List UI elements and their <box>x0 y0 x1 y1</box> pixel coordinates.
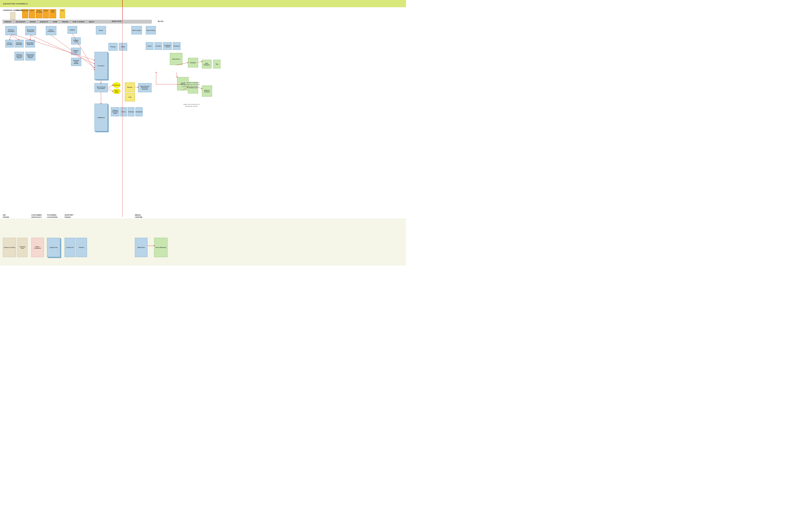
reviews-box: Reviews <box>173 42 180 50</box>
secondary-naplan-box: Secondary NAPLAN <box>25 40 35 47</box>
svg-line-2 <box>30 35 31 40</box>
schedules-box: Schedules <box>135 107 143 116</box>
nav-primary: PRIMARY <box>2 20 14 24</box>
how-it-works-box: How it works <box>131 26 142 34</box>
contact-us-oval: Contact us <box>113 83 120 88</box>
blog-home-box: Blog Home <box>170 53 183 65</box>
tag-box: Tag <box>213 60 220 69</box>
secondary-naplan-details-box: Secondary NAPLAN Details <box>25 52 35 60</box>
pillar-naplan: NAPLAN <box>22 9 28 18</box>
about-cluey-box: About Cluey <box>146 26 156 34</box>
primary-programs-box: Primary Programs <box>5 26 17 35</box>
press-releases-box: Press Releases <box>154 238 168 257</box>
faculty-box: Faculty <box>155 42 162 50</box>
pillar-expats: Expats <box>43 9 49 18</box>
nav-about: ABOUT <box>87 20 96 24</box>
recommend-consider-box: Recommend (Consider) <box>95 83 108 92</box>
banner-title: AQUISITION CHANNELS <box>3 3 28 5</box>
policies-box: Policies <box>128 107 134 116</box>
tutoring-jobs-box: Tutoring Jobs <box>17 238 28 257</box>
svg-line-14 <box>176 72 177 77</box>
concept-topic-details-box: Concept Topic Details <box>71 58 81 66</box>
contact-us-box: Contact Us <box>64 238 75 257</box>
svg-line-8 <box>108 85 113 88</box>
nav-pricing: PRICING <box>60 20 71 24</box>
senior-programs-box: Senior Programs <box>46 26 56 35</box>
secondary-programs-box: Secondary Programs <box>25 26 36 35</box>
blog-label: BLOG <box>158 20 163 23</box>
category-box: Category <box>188 58 198 68</box>
author-articles-box: Author's Articles <box>202 86 212 97</box>
nav-bar: PRIMARY SECONDARY SENIOR SUBJECTS HOME P… <box>2 20 152 24</box>
support-policies-box: Policies <box>76 238 87 257</box>
fulfillment-box: Fulfillment <box>95 104 108 131</box>
subject-concept-topic-box: Subject Concept/ Topic <box>111 107 119 116</box>
save-share-oval: Save / Share <box>113 89 120 94</box>
locations-hours-box: Locations + Hours <box>163 42 172 50</box>
tutors-box: Tutors <box>146 42 154 50</box>
hr-pages-label: HRPAGES <box>3 214 9 219</box>
sub-category-box: Sub-Category <box>202 60 212 69</box>
primary-naplan-details-box: Primary NAPLAN Details <box>14 52 24 60</box>
home-box: Home <box>96 26 106 34</box>
faqs-box: FAQs <box>119 43 127 50</box>
svg-line-1 <box>11 35 19 40</box>
support-pages-label: SUPPORTPAGES <box>64 214 73 219</box>
pricing-box: Pricing <box>108 43 118 50</box>
page-wrapper: AQUISITION CHANNELS CAMPAIGN LANDING PAG… <box>0 0 406 265</box>
media-kits-box: Media Kits <box>135 238 147 257</box>
pillar-examprep: Exam Prep <box>49 9 56 18</box>
pillar-lux: LUX <box>60 9 65 18</box>
subject-box: Subject <box>68 26 77 34</box>
bottom-section-bg <box>0 219 406 265</box>
media-centre-label: MEDIACENTRE <box>135 214 142 219</box>
pages-note: Pages will include links to appropriate … <box>183 104 200 107</box>
nav-senior: SENIOR <box>28 20 38 24</box>
group-courses-box: Group Courses <box>5 40 14 47</box>
capital-city-box: Capital City <box>47 238 60 257</box>
pillar-atar: ATAR <box>29 9 35 18</box>
subject-level-box: Subject Level <box>71 37 81 45</box>
nav-how-it-works: HOW IT WORKS <box>71 20 87 24</box>
nav-home: HOME <box>50 20 60 24</box>
main-site-label: MAIN SITE <box>112 20 121 23</box>
recommend-purchase-box: Recommend (Purchase Version) <box>138 83 151 92</box>
svg-line-4 <box>31 35 95 64</box>
articles-note: Articles will drive customer to any appl… <box>181 82 200 87</box>
campaign-page-box <box>10 12 15 20</box>
careers-at-cluey-box: Careers at Cluey <box>3 238 16 257</box>
pre-enrol-box: Pre-Enrol <box>95 52 108 79</box>
svg-line-13 <box>198 61 202 63</box>
nurture-envelope: Nurture <box>125 83 135 92</box>
link-envelope: Link <box>125 93 135 101</box>
svg-line-9 <box>108 89 113 91</box>
nav-secondary: SECONDARY <box>14 20 28 24</box>
subject-year-box: Subject Year <box>71 48 81 55</box>
customer-advocacy-label: CUSTOMERADVOCACY <box>31 214 42 219</box>
tutoring-locations-label: TUTORINGLOCATIONS <box>47 214 58 219</box>
pillar-homeschooling: Homeschooling <box>36 9 42 18</box>
nav-subjects: SUBJECTS <box>38 20 50 24</box>
primary-naplan-box: Primary NAPLAN <box>14 40 24 47</box>
svg-line-0 <box>10 35 11 40</box>
top-banner: AQUISITION CHANNELS <box>0 0 406 7</box>
refer-feedback-box: Refer / Feedback <box>31 238 44 257</box>
tutors-f-box: Tutors <box>120 107 127 116</box>
